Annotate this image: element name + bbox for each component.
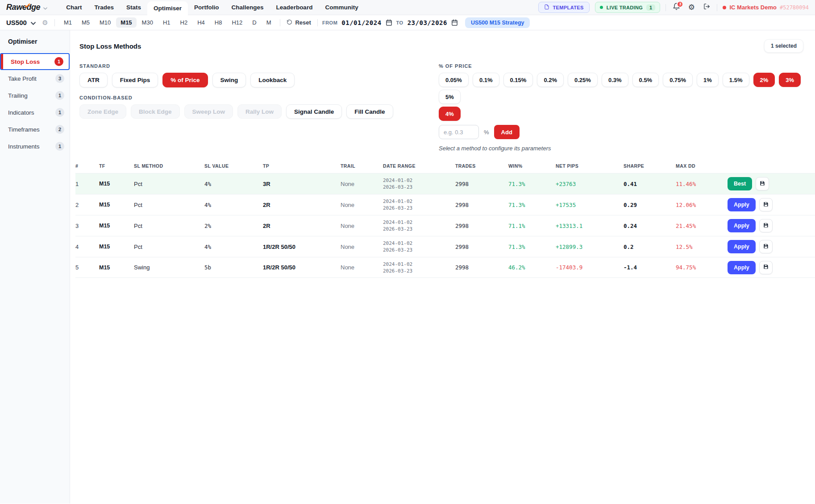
nav-tab[interactable]: Leaderboard: [270, 0, 319, 15]
method-button[interactable]: ATR: [79, 73, 108, 87]
live-trading-button[interactable]: LIVE TRADING 1: [595, 2, 661, 13]
row-action-button[interactable]: Best: [728, 177, 752, 190]
method-button[interactable]: Fixed Pips: [112, 73, 158, 87]
cell-sl-method: Pct: [134, 244, 204, 250]
sidebar: Optimiser Stop Loss 1 Take Profit 3 Trai…: [0, 30, 70, 504]
nav-tab[interactable]: Chart: [60, 0, 88, 15]
timeframe-button[interactable]: M15: [116, 17, 136, 28]
method-button[interactable]: Swing: [212, 73, 246, 87]
logo-chevron-down-icon: [43, 4, 47, 12]
cell-trades: 2998: [455, 223, 508, 229]
method-button[interactable]: Sweep Low: [184, 104, 233, 119]
live-status-dot: [600, 6, 603, 9]
method-button[interactable]: Block Edge: [131, 104, 180, 119]
date-from: 2024-01-02: [383, 177, 455, 184]
timeframe-button[interactable]: M5: [77, 17, 94, 28]
percent-option-button[interactable]: 3%: [779, 73, 801, 87]
timeframe-button[interactable]: H12: [227, 17, 247, 28]
selected-count-badge: 1 selected: [764, 39, 803, 53]
method-button[interactable]: Lookback: [250, 73, 295, 87]
nav-tab[interactable]: Community: [319, 0, 364, 15]
symbol-settings-button[interactable]: ⚙: [40, 18, 50, 28]
method-button[interactable]: Rally Low: [237, 104, 282, 119]
table-row[interactable]: 4 M15 Pct 4% 1R/2R 50/50 None 2024-01-02…: [75, 236, 815, 257]
percent-option-button[interactable]: 4%: [439, 107, 461, 121]
symbol-dropdown[interactable]: US500: [6, 19, 36, 27]
sidebar-item[interactable]: Take Profit 3: [0, 70, 70, 87]
nav-tab[interactable]: Optimiser: [147, 1, 188, 16]
sidebar-item-label: Instruments: [8, 143, 40, 150]
save-button[interactable]: [759, 219, 773, 232]
add-button[interactable]: Add: [494, 125, 520, 139]
table-row[interactable]: 3 M15 Pct 2% 2R None 2024-01-02 2026-03-…: [75, 215, 815, 236]
notifications-button[interactable]: 3: [671, 3, 681, 12]
cell-sl-method: Pct: [134, 223, 204, 229]
templates-button[interactable]: TEMPLATES: [538, 2, 589, 13]
percent-option-button[interactable]: 0.25%: [568, 73, 598, 87]
cell-sl-value: 5b: [204, 264, 263, 271]
percent-option-button[interactable]: 0.75%: [663, 73, 693, 87]
percent-option-button[interactable]: 2%: [753, 73, 775, 87]
nav-tab[interactable]: Trades: [88, 0, 121, 15]
save-button[interactable]: [759, 240, 773, 253]
cell-trades: 2998: [455, 181, 508, 187]
cell-tp: 1R/2R 50/50: [263, 264, 341, 271]
cell-tp: 2R: [263, 202, 341, 208]
app-logo[interactable]: Rawedge: [6, 3, 47, 12]
sidebar-item[interactable]: Instruments 1: [0, 138, 70, 155]
table-row[interactable]: 2 M15 Pct 4% 2R None 2024-01-02 2026-03-…: [75, 194, 815, 215]
calendar-icon[interactable]: [386, 19, 392, 26]
percent-option-button[interactable]: 1.5%: [723, 73, 749, 87]
percent-option-button[interactable]: 0.15%: [503, 73, 533, 87]
row-action-button[interactable]: Apply: [728, 219, 756, 232]
from-date-value[interactable]: 01/01/2024: [341, 19, 381, 26]
method-button[interactable]: % of Price: [162, 73, 208, 87]
save-button[interactable]: [759, 261, 773, 274]
row-action-button[interactable]: Apply: [728, 198, 756, 211]
timeframe-button[interactable]: H2: [176, 17, 192, 28]
percent-option-button[interactable]: 0.5%: [632, 73, 659, 87]
percent-option-button[interactable]: 1%: [697, 73, 719, 87]
nav-tab[interactable]: Portfolio: [188, 0, 225, 15]
method-button[interactable]: Zone Edge: [79, 104, 126, 119]
timeframe-button[interactable]: H8: [210, 17, 227, 28]
strategy-badge[interactable]: US500 M15 Strategy: [465, 17, 530, 28]
calendar-icon[interactable]: [451, 19, 458, 26]
table-row[interactable]: 5 M15 Swing 5b 1R/2R 50/50 None 2024-01-…: [75, 257, 815, 278]
sidebar-item[interactable]: Trailing 1: [0, 87, 70, 104]
timeframe-button[interactable]: H1: [158, 17, 175, 28]
to-date-value[interactable]: 23/03/2026: [408, 19, 447, 26]
nav-tab[interactable]: Challenges: [225, 0, 270, 15]
timeframe-button[interactable]: H4: [193, 17, 209, 28]
timeframe-button[interactable]: M1: [59, 17, 76, 28]
percent-option-button[interactable]: 0.1%: [473, 73, 499, 87]
timeframe-button[interactable]: M: [262, 17, 276, 28]
percent-input[interactable]: [439, 125, 479, 139]
percent-option-button[interactable]: 0.2%: [537, 73, 564, 87]
sidebar-item[interactable]: Indicators 1: [0, 104, 70, 121]
save-button[interactable]: [756, 177, 769, 190]
sidebar-item[interactable]: Timeframes 2: [0, 121, 70, 138]
logout-button[interactable]: [702, 3, 711, 12]
nav-tab[interactable]: Stats: [120, 0, 147, 15]
method-button[interactable]: Signal Candle: [286, 104, 342, 119]
date-to: 2026-03-23: [383, 205, 455, 211]
cell-max-drawdown: 94.75%: [676, 264, 728, 271]
navbar-right: TEMPLATES LIVE TRADING 1 3 ⚙ IC Markets …: [538, 2, 809, 13]
percent-option-button[interactable]: 0.3%: [602, 73, 628, 87]
percent-option-button[interactable]: 0.05%: [439, 73, 469, 87]
settings-button[interactable]: ⚙: [686, 3, 696, 12]
timeframe-button[interactable]: M10: [95, 17, 115, 28]
save-button[interactable]: [759, 198, 773, 211]
sidebar-item-label: Trailing: [8, 92, 28, 99]
sidebar-item[interactable]: Stop Loss 1: [0, 53, 70, 70]
timeframe-button[interactable]: M30: [137, 17, 158, 28]
row-action-button[interactable]: Apply: [728, 261, 756, 274]
timeframe-button[interactable]: D: [248, 17, 261, 28]
percent-option-button[interactable]: 5%: [439, 90, 461, 104]
account-chip[interactable]: IC Markets Demo #52780094: [723, 4, 809, 11]
row-action-button[interactable]: Apply: [728, 240, 756, 253]
method-button[interactable]: Fill Candle: [346, 104, 393, 119]
reset-button[interactable]: Reset: [285, 19, 312, 26]
table-row[interactable]: 1 M15 Pct 4% 3R None 2024-01-02 2026-03-…: [75, 173, 815, 194]
